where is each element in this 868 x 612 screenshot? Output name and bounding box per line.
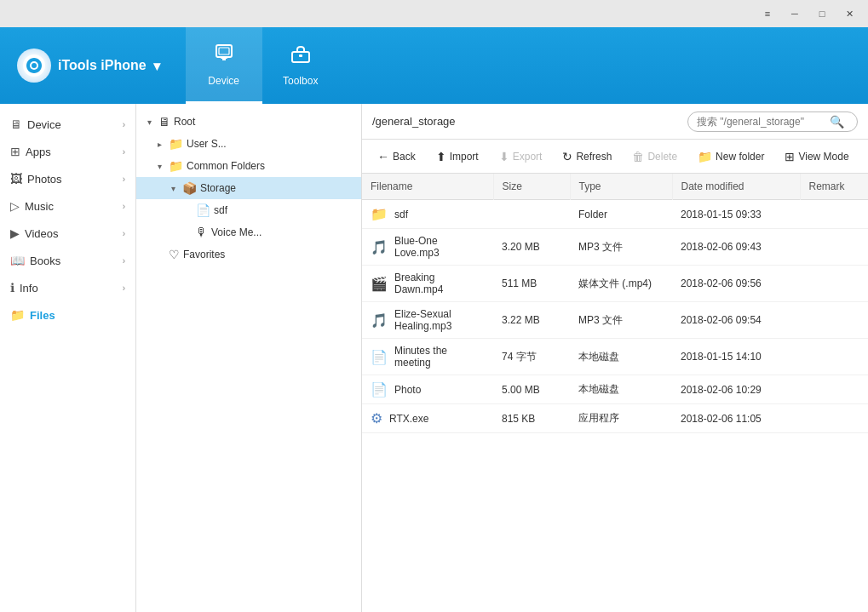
- cell-remark: [800, 302, 868, 339]
- menu-button[interactable]: ≡: [756, 4, 779, 23]
- cell-remark: [800, 375, 868, 404]
- col-remark[interactable]: Remark: [800, 174, 868, 200]
- sidebar-item-videos[interactable]: ▶ Videos ›: [0, 220, 135, 247]
- cell-date: 2018-02-06 11:05: [672, 404, 800, 433]
- sidebar-videos-label: Videos: [25, 227, 59, 240]
- minimize-button[interactable]: ─: [783, 4, 807, 23]
- apps-icon: ⊞: [10, 145, 20, 158]
- table-row[interactable]: 📁 sdf Folder 2018-01-15 09:33: [362, 200, 868, 229]
- tree-pane: ▾ 🖥 Root ▸ 📁 User S... ▾ 📁 Common Folder…: [136, 104, 362, 612]
- col-type[interactable]: Type: [570, 174, 672, 200]
- cell-remark: [800, 339, 868, 375]
- content-area: /general_storage 🔍 ← Back ⬆ Import ⬇: [362, 104, 868, 612]
- search-icon[interactable]: 🔍: [830, 115, 844, 129]
- main-layout: 🖥 Device › ⊞ Apps › 🖼 Photos › ▷ Music ›…: [0, 104, 868, 612]
- table-row[interactable]: 🎵 Blue-One Love.mp3 3.20 MB MP3 文件 2018-…: [362, 229, 868, 266]
- import-label: Import: [450, 151, 479, 163]
- root-icon: 🖥: [158, 115, 170, 129]
- col-size[interactable]: Size: [493, 174, 570, 200]
- cell-type: 本地磁盘: [570, 339, 672, 375]
- tree-item-root[interactable]: ▾ 🖥 Root: [136, 111, 361, 133]
- tree-item-storage[interactable]: ▾ 📦 Storage: [136, 177, 361, 199]
- cell-date: 2018-02-06 10:29: [672, 375, 800, 404]
- cell-filename: ⚙ RTX.exe: [362, 404, 493, 433]
- videos-arrow: ›: [123, 229, 125, 238]
- sidebar: 🖥 Device › ⊞ Apps › 🖼 Photos › ▷ Music ›…: [0, 104, 136, 612]
- sidebar-item-apps[interactable]: ⊞ Apps ›: [0, 138, 135, 165]
- refresh-label: Refresh: [576, 151, 612, 163]
- tab-device[interactable]: Device: [186, 27, 262, 104]
- table-row[interactable]: 📄 Minutes the meeting 74 字节 本地磁盘 2018-01…: [362, 339, 868, 375]
- table-header-row: Filename Size Type Date modified Remark: [362, 174, 868, 200]
- svg-rect-4: [219, 48, 229, 54]
- cell-size: 3.22 MB: [493, 302, 570, 339]
- table-row[interactable]: 🎵 Elize-Sexual Healing.mp3 3.22 MB MP3 文…: [362, 302, 868, 339]
- tab-toolbox[interactable]: Toolbox: [262, 27, 339, 104]
- close-button[interactable]: ✕: [837, 4, 861, 23]
- filename-text: Minutes the meeting: [394, 345, 485, 369]
- cell-filename: 🎵 Blue-One Love.mp3: [362, 229, 493, 266]
- cell-type: Folder: [570, 200, 672, 229]
- photos-icon: 🖼: [10, 172, 22, 186]
- titlebar: ≡ ─ □ ✕: [0, 0, 868, 27]
- music-arrow: ›: [123, 202, 125, 211]
- delete-button[interactable]: 🗑 Delete: [624, 146, 686, 167]
- sidebar-photos-label: Photos: [27, 173, 61, 186]
- voice-me-label: Voice Me...: [211, 226, 354, 238]
- col-filename[interactable]: Filename: [362, 174, 493, 200]
- import-icon: ⬆: [436, 150, 446, 163]
- tree-item-user-s[interactable]: ▸ 📁 User S...: [136, 133, 361, 155]
- cell-date: 2018-02-06 09:43: [672, 229, 800, 266]
- cell-date: 2018-02-06 09:56: [672, 266, 800, 302]
- new-folder-button[interactable]: 📁 New folder: [689, 146, 773, 167]
- sidebar-files-label: Files: [30, 309, 55, 322]
- svg-point-2: [32, 63, 37, 68]
- sidebar-item-music[interactable]: ▷ Music ›: [0, 192, 135, 220]
- search-box[interactable]: 🔍: [687, 112, 858, 132]
- tree-item-sdf[interactable]: 📄 sdf: [136, 199, 361, 221]
- tree-item-common-folders[interactable]: ▾ 📁 Common Folders: [136, 155, 361, 177]
- sidebar-item-device[interactable]: 🖥 Device ›: [0, 111, 135, 138]
- sidebar-item-info[interactable]: ℹ Info ›: [0, 274, 135, 301]
- maximize-button[interactable]: □: [810, 4, 834, 23]
- export-icon: ⬇: [499, 150, 509, 163]
- refresh-icon: ↻: [562, 150, 572, 163]
- file-row-icon: 📁: [371, 206, 388, 222]
- cell-filename: 🎬 Breaking Dawn.mp4: [362, 266, 493, 302]
- sidebar-item-photos[interactable]: 🖼 Photos ›: [0, 165, 135, 192]
- sidebar-item-files[interactable]: 📁 Files: [0, 301, 135, 329]
- file-row-icon: 🎬: [371, 276, 388, 292]
- brand-caret: ▾: [153, 58, 160, 74]
- table-row[interactable]: 🎬 Breaking Dawn.mp4 511 MB 媒体文件 (.mp4) 2…: [362, 266, 868, 302]
- table-row[interactable]: ⚙ RTX.exe 815 KB 应用程序 2018-02-06 11:05: [362, 404, 868, 433]
- col-date[interactable]: Date modified: [672, 174, 800, 200]
- filename-text: Photo: [394, 384, 421, 396]
- view-mode-button[interactable]: ⊞ View Mode: [776, 146, 857, 167]
- filename-text: sdf: [394, 209, 408, 220]
- sidebar-music-label: Music: [25, 200, 54, 213]
- videos-icon: ▶: [10, 226, 20, 240]
- cell-filename: 📄 Photo: [362, 375, 493, 404]
- storage-icon: 📦: [182, 181, 197, 195]
- tree-item-favorites[interactable]: ♡ Favorites: [136, 243, 361, 266]
- filename-text: Breaking Dawn.mp4: [394, 272, 485, 295]
- topnav: iTools iPhone ▾ Device Toolbox: [0, 27, 868, 104]
- cell-size: 5.00 MB: [493, 375, 570, 404]
- device-arrow: ›: [123, 120, 125, 129]
- search-input[interactable]: [697, 116, 825, 128]
- tab-toolbox-label: Toolbox: [283, 75, 318, 87]
- cell-remark: [800, 404, 868, 433]
- export-button[interactable]: ⬇ Export: [491, 146, 551, 167]
- files-icon: 📁: [10, 308, 25, 322]
- table-row[interactable]: 📄 Photo 5.00 MB 本地磁盘 2018-02-06 10:29: [362, 375, 868, 404]
- back-button[interactable]: ← Back: [369, 146, 424, 167]
- delete-icon: 🗑: [632, 150, 644, 163]
- refresh-button[interactable]: ↻ Refresh: [554, 146, 620, 167]
- file-row-icon: 📄: [371, 381, 388, 398]
- root-label: Root: [174, 116, 354, 128]
- tree-item-voice-me[interactable]: 🎙 Voice Me...: [136, 221, 361, 243]
- import-button[interactable]: ⬆ Import: [428, 146, 487, 167]
- cell-size: 3.20 MB: [493, 229, 570, 266]
- current-path: /general_storage: [372, 115, 681, 128]
- sidebar-item-books[interactable]: 📖 Books ›: [0, 247, 135, 274]
